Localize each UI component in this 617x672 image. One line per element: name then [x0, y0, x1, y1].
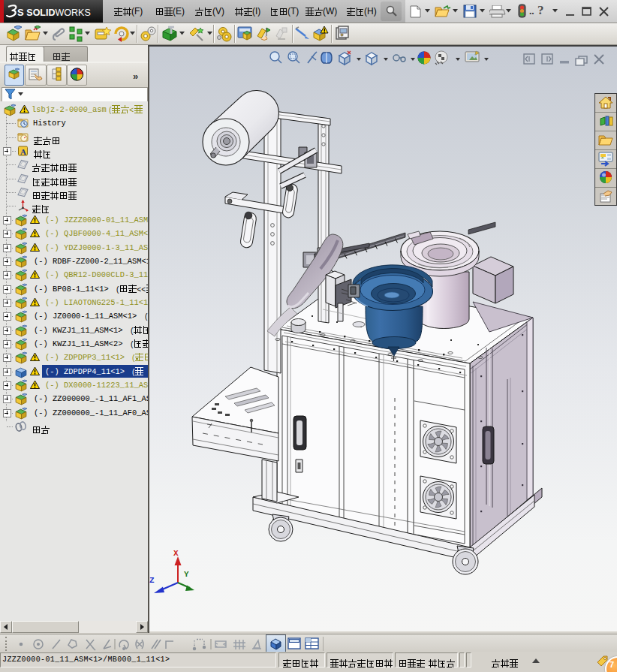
svg-text:Z: Z [149, 576, 155, 585]
svg-text:X: X [173, 549, 179, 558]
svg-text:Y: Y [184, 570, 189, 579]
svg-text:S SOLIDWORKS: S SOLIDWORKS [17, 7, 91, 18]
